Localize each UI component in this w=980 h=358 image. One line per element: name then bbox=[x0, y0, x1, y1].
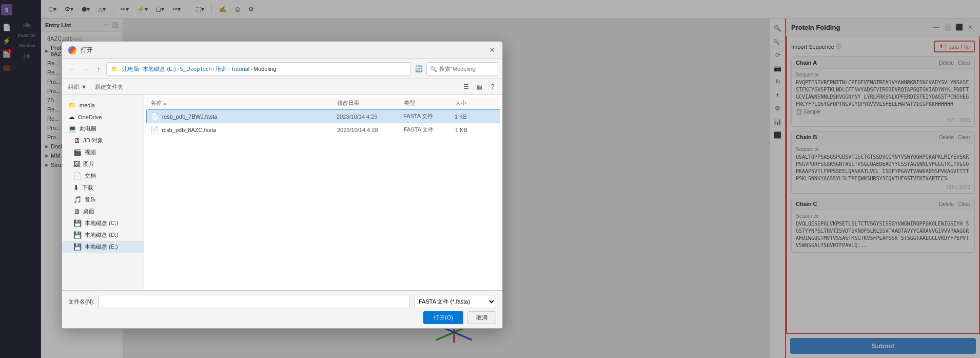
sidebar-item-label: 本地磁盘 (D:) bbox=[85, 231, 138, 239]
breadcrumb-pc[interactable]: 此电脑 bbox=[122, 65, 139, 73]
sidebar-item-label: OneDrive bbox=[78, 114, 138, 120]
drive-c-icon: 💾 bbox=[73, 219, 82, 227]
breadcrumb-current: Modeling bbox=[253, 66, 277, 72]
sidebar-item-drive-e[interactable]: 💾 本地磁盘 (E:) bbox=[62, 241, 144, 253]
dialog-title: 打开 bbox=[81, 46, 488, 54]
breadcrumb-folder-icon: 📁 bbox=[111, 66, 118, 72]
file-dialog-overlay: 打开 ✕ ← → ↑ 📁 › 此电脑 › 本地磁盘 (E:) › 5_DeepT… bbox=[0, 0, 980, 358]
dialog-toolbar-right: ☰ ▦ ? bbox=[460, 81, 498, 92]
organize-btn[interactable]: 组织 ▼ bbox=[66, 82, 89, 92]
dialog-search-input[interactable] bbox=[439, 66, 510, 72]
file-item-7bwj[interactable]: 📄 rcsb_pdb_7BWJ.fasta 2023/10/14 4:29 FA… bbox=[146, 109, 500, 123]
sidebar-item-pictures[interactable]: 🖼 图片 bbox=[62, 158, 144, 170]
sidebar-item-thispc[interactable]: 💻 此电脑 bbox=[62, 123, 144, 135]
sidebar-item-label: 本地磁盘 (E:) bbox=[85, 243, 138, 251]
breadcrumb-training[interactable]: 培训 bbox=[215, 65, 227, 73]
view-icon-btn[interactable]: ▦ bbox=[474, 81, 485, 92]
view-help-btn[interactable]: ? bbox=[487, 81, 498, 92]
new-folder-btn[interactable]: 新建文件夹 bbox=[93, 82, 125, 92]
sidebar-item-media[interactable]: 📁 media bbox=[62, 99, 144, 111]
col-header-date[interactable]: 修改日期 bbox=[337, 99, 404, 107]
col-header-name[interactable]: 名称 ▲ bbox=[150, 99, 337, 107]
col-header-size: 大小 bbox=[455, 99, 496, 107]
dialog-back-btn[interactable]: ← bbox=[66, 63, 77, 74]
dialog-buttons: 打开(O) 取消 bbox=[68, 311, 496, 324]
chrome-logo bbox=[68, 46, 76, 54]
filetype-select[interactable]: FASTA 文件 (*.fasta) bbox=[414, 295, 496, 308]
filename-label: 文件名(N): bbox=[68, 298, 94, 306]
sidebar-item-label: 视频 bbox=[85, 148, 138, 156]
dialog-toolbar: 组织 ▼ 新建文件夹 ☰ ▦ ? bbox=[62, 79, 502, 95]
downloads-icon: ⬇ bbox=[73, 184, 79, 192]
col-header-type: 类型 bbox=[404, 99, 455, 107]
sidebar-item-label: 本地磁盘 (C:) bbox=[85, 219, 138, 227]
sidebar-item-label: 3D 对象 bbox=[83, 137, 138, 144]
file-item-7bwj-size: 1 KB bbox=[455, 114, 496, 120]
dialog-titlebar: 打开 ✕ bbox=[62, 42, 502, 59]
sidebar-item-label: 此电脑 bbox=[80, 125, 138, 133]
sidebar-item-drive-d[interactable]: 💾 本地磁盘 (D:) bbox=[62, 229, 144, 241]
sidebar-item-desktop[interactable]: 🖥 桌面 bbox=[62, 205, 144, 217]
computer-icon: 💻 bbox=[68, 125, 76, 133]
dialog-file-area: 名称 ▲ 修改日期 类型 大小 📄 bbox=[144, 95, 502, 290]
sidebar-item-documents[interactable]: 📄 文档 bbox=[62, 170, 144, 182]
desktop-icon: 🖥 bbox=[73, 208, 80, 215]
dialog-refresh-btn[interactable]: 🔄 bbox=[413, 63, 424, 74]
file-item-8azc-date: 2023/10/14 4:28 bbox=[337, 127, 404, 133]
breadcrumb-drive[interactable]: 本地磁盘 (E:) bbox=[143, 65, 176, 73]
file-item-8azc[interactable]: 📄 rcsb_pdb_8AZC.fasta 2023/10/14 4:28 FA… bbox=[146, 123, 500, 136]
sidebar-item-label: 音乐 bbox=[85, 196, 138, 203]
sidebar-item-onedrive[interactable]: ☁ OneDrive bbox=[62, 111, 144, 123]
file-list-header: 名称 ▲ 修改日期 类型 大小 bbox=[146, 97, 500, 109]
3d-icon: 🖥 bbox=[73, 137, 80, 144]
dialog-search-bar: 🔍 bbox=[426, 62, 498, 76]
dialog-body: 📁 media ☁ OneDrive 💻 此电脑 🖥 3D 对象 🎬 bbox=[62, 95, 502, 290]
file-item-8azc-size: 1 KB bbox=[455, 127, 496, 133]
search-icon: 🔍 bbox=[430, 66, 437, 72]
filename-row: 文件名(N): FASTA 文件 (*.fasta) bbox=[68, 295, 496, 308]
documents-icon: 📄 bbox=[73, 172, 82, 180]
sidebar-item-downloads[interactable]: ⬇ 下载 bbox=[62, 182, 144, 194]
dialog-forward-btn[interactable]: → bbox=[80, 63, 91, 74]
dialog-cancel-btn[interactable]: 取消 bbox=[467, 311, 496, 324]
drive-e-icon: 💾 bbox=[73, 243, 82, 251]
sidebar-item-music[interactable]: 🎵 音乐 bbox=[62, 194, 144, 205]
file-item-8azc-type: FASTA 文件 bbox=[404, 126, 455, 134]
folder-icon: 📁 bbox=[68, 101, 76, 109]
drive-d-icon: 💾 bbox=[73, 231, 82, 239]
dialog-close-btn[interactable]: ✕ bbox=[488, 46, 496, 54]
sidebar-item-label: 桌面 bbox=[83, 208, 138, 215]
file-item-8azc-name: 📄 rcsb_pdb_8AZC.fasta bbox=[150, 126, 337, 134]
video-icon: 🎬 bbox=[73, 148, 82, 156]
breadcrumb-bar: 📁 › 此电脑 › 本地磁盘 (E:) › 5_DeepTech › 培训 › … bbox=[106, 62, 411, 76]
sidebar-item-video[interactable]: 🎬 视频 bbox=[62, 146, 144, 158]
file-item-7bwj-name: 📄 rcsb_pdb_7BWJ.fasta bbox=[151, 112, 337, 120]
onedrive-icon: ☁ bbox=[68, 113, 75, 121]
dialog-toolbar-left: 组织 ▼ 新建文件夹 bbox=[66, 82, 125, 92]
sidebar-item-label: media bbox=[80, 102, 138, 108]
sort-arrow: ▲ bbox=[163, 101, 167, 106]
fasta-icon-7bwj: 📄 bbox=[151, 112, 159, 120]
pictures-icon: 🖼 bbox=[73, 160, 80, 168]
view-list-btn[interactable]: ☰ bbox=[460, 81, 472, 92]
sidebar-item-label: 下载 bbox=[82, 184, 138, 192]
sidebar-item-label: 文档 bbox=[85, 172, 138, 180]
breadcrumb-deeptech[interactable]: 5_DeepTech bbox=[180, 66, 212, 72]
file-dialog: 打开 ✕ ← → ↑ 📁 › 此电脑 › 本地磁盘 (E:) › 5_DeepT… bbox=[62, 41, 503, 329]
sidebar-item-drive-c[interactable]: 💾 本地磁盘 (C:) bbox=[62, 217, 144, 229]
dialog-nav: ← → ↑ 📁 › 此电脑 › 本地磁盘 (E:) › 5_DeepTech ›… bbox=[62, 59, 502, 79]
breadcrumb-tutorial[interactable]: Tutorial bbox=[231, 66, 249, 72]
sidebar-item-3dobjects[interactable]: 🖥 3D 对象 bbox=[62, 135, 144, 146]
dialog-footer: 文件名(N): FASTA 文件 (*.fasta) 打开(O) 取消 bbox=[62, 290, 502, 328]
dialog-up-btn[interactable]: ↑ bbox=[93, 63, 104, 74]
music-icon: 🎵 bbox=[73, 196, 82, 203]
file-item-7bwj-date: 2023/10/14 4:29 bbox=[337, 114, 403, 120]
filename-input[interactable] bbox=[99, 295, 410, 308]
dialog-sidebar: 📁 media ☁ OneDrive 💻 此电脑 🖥 3D 对象 🎬 bbox=[62, 95, 144, 290]
fasta-icon-8azc: 📄 bbox=[150, 126, 159, 134]
file-item-7bwj-type: FASTA 文件 bbox=[403, 112, 455, 120]
sidebar-item-label: 图片 bbox=[83, 160, 138, 168]
dialog-open-btn[interactable]: 打开(O) bbox=[423, 311, 463, 324]
